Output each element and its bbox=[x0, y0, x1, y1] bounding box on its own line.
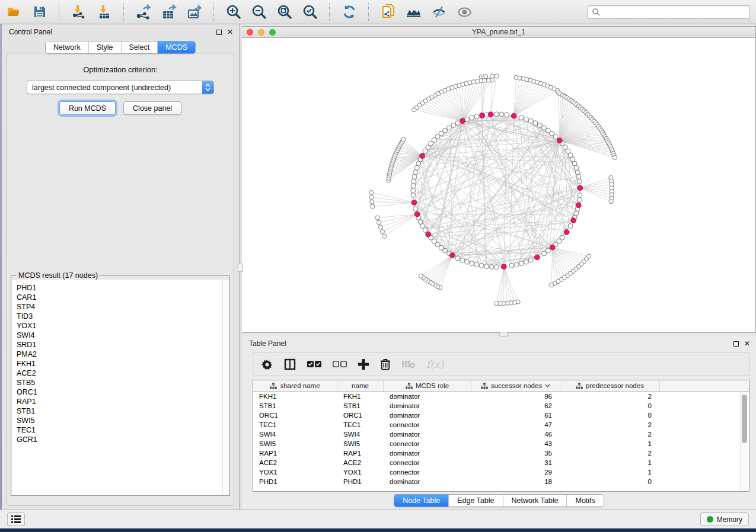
network-window-titlebar[interactable]: YPA_prune.txt_1 bbox=[242, 27, 755, 38]
network-node[interactable] bbox=[490, 74, 495, 78]
network-node[interactable] bbox=[576, 174, 581, 179]
mcds-hub-node[interactable] bbox=[557, 138, 562, 143]
network-node[interactable] bbox=[495, 302, 499, 306]
float-panel-icon[interactable] bbox=[733, 341, 739, 347]
network-node[interactable] bbox=[499, 112, 504, 117]
table-cell[interactable]: RAP1 bbox=[253, 450, 337, 457]
mcds-result-item[interactable]: YOX1 bbox=[17, 321, 218, 331]
mcds-hub-node[interactable] bbox=[550, 245, 555, 250]
network-node[interactable] bbox=[550, 283, 554, 287]
network-node[interactable] bbox=[451, 123, 456, 127]
table-cell[interactable]: dominator bbox=[384, 431, 471, 438]
memory-button[interactable]: Memory bbox=[700, 512, 749, 526]
close-panel-button[interactable]: Close panel bbox=[123, 101, 181, 115]
table-cell[interactable]: 2 bbox=[560, 421, 660, 428]
table-cell[interactable]: 96 bbox=[471, 393, 560, 400]
network-node[interactable] bbox=[537, 123, 542, 127]
tab-network-table[interactable]: Network Table bbox=[503, 495, 567, 507]
table-cell[interactable]: connector bbox=[384, 469, 471, 476]
splitter-grip[interactable] bbox=[499, 332, 508, 336]
deselect-all-checkboxes-icon[interactable] bbox=[333, 358, 347, 371]
table-cell[interactable]: YOX1 bbox=[337, 469, 384, 476]
network-node[interactable] bbox=[412, 179, 416, 184]
network-node[interactable] bbox=[371, 204, 375, 209]
network-node[interactable] bbox=[375, 216, 379, 220]
network-node[interactable] bbox=[455, 256, 460, 261]
mcds-result-item[interactable]: FKH1 bbox=[17, 359, 218, 368]
network-node[interactable] bbox=[524, 259, 528, 264]
network-node[interactable] bbox=[369, 195, 374, 199]
mcds-result-item[interactable]: ACE2 bbox=[17, 368, 218, 378]
column-header-mcds-role[interactable]: MCDS role bbox=[384, 380, 471, 391]
tab-mcds[interactable]: MCDS bbox=[158, 41, 195, 53]
network-node[interactable] bbox=[414, 165, 419, 170]
table-cell[interactable]: ACE2 bbox=[337, 459, 384, 466]
table-cell[interactable]: dominator bbox=[384, 478, 471, 485]
mcds-hub-node[interactable] bbox=[480, 113, 485, 118]
table-cell[interactable]: 35 bbox=[471, 450, 560, 457]
mcds-hub-node[interactable] bbox=[460, 118, 465, 124]
table-cell[interactable]: PHD1 bbox=[337, 478, 384, 485]
table-row[interactable]: SWI4SWI4dominator462 bbox=[253, 430, 749, 439]
mcds-result-item[interactable]: RAP1 bbox=[17, 397, 218, 406]
network-node[interactable] bbox=[495, 74, 499, 78]
network-node[interactable] bbox=[411, 193, 416, 197]
close-panel-icon[interactable]: ✕ bbox=[744, 340, 750, 347]
zoom-fit-icon[interactable] bbox=[276, 4, 292, 20]
show-all-icon[interactable] bbox=[457, 4, 473, 20]
horizontal-splitter[interactable] bbox=[242, 333, 756, 336]
network-node[interactable] bbox=[465, 259, 470, 264]
network-node[interactable] bbox=[370, 200, 374, 204]
network-node[interactable] bbox=[524, 117, 528, 121]
network-node[interactable] bbox=[411, 184, 416, 188]
table-cell[interactable]: FKH1 bbox=[253, 393, 337, 400]
mcds-hub-node[interactable] bbox=[426, 232, 431, 237]
network-node[interactable] bbox=[577, 197, 582, 202]
network-node[interactable] bbox=[528, 258, 533, 262]
network-node[interactable] bbox=[474, 114, 479, 119]
mcds-hub-node[interactable] bbox=[488, 112, 493, 117]
table-row[interactable]: PHD1PHD1dominator180 bbox=[253, 477, 749, 486]
zoom-out-icon[interactable] bbox=[251, 4, 267, 20]
tab-node-table[interactable]: Node Table bbox=[394, 495, 449, 507]
mcds-result-item[interactable]: STP4 bbox=[17, 302, 218, 312]
network-node[interactable] bbox=[377, 220, 381, 225]
network-graph[interactable] bbox=[242, 38, 755, 332]
tab-edge-table[interactable]: Edge Table bbox=[449, 495, 503, 507]
optimization-criterion-dropdown[interactable]: largest connected component (undirected) bbox=[27, 81, 214, 94]
table-cell[interactable]: RAP1 bbox=[337, 450, 384, 457]
tab-network[interactable]: Network bbox=[46, 41, 89, 53]
clone-network-icon[interactable] bbox=[380, 4, 396, 20]
network-node[interactable] bbox=[455, 121, 460, 126]
mcds-hub-node[interactable] bbox=[449, 253, 455, 258]
table-cell[interactable]: connector bbox=[384, 440, 471, 447]
import-network-icon[interactable] bbox=[71, 4, 87, 20]
table-cell[interactable]: 0 bbox=[560, 402, 660, 409]
network-canvas[interactable] bbox=[242, 38, 755, 332]
tab-select[interactable]: Select bbox=[122, 41, 158, 53]
network-node[interactable] bbox=[447, 126, 452, 130]
save-icon[interactable] bbox=[31, 4, 47, 20]
mcds-result-item[interactable]: PMA2 bbox=[17, 350, 218, 359]
table-row[interactable]: YOX1YOX1connector291 bbox=[253, 467, 749, 477]
mcds-hub-node[interactable] bbox=[414, 211, 420, 217]
table-cell[interactable]: 1 bbox=[560, 459, 660, 466]
table-row[interactable]: RAP1RAP1dominator352 bbox=[253, 448, 749, 458]
mcds-hub-node[interactable] bbox=[578, 185, 583, 191]
export-network-icon[interactable] bbox=[135, 4, 151, 20]
network-node[interactable] bbox=[369, 191, 374, 195]
mcds-result-item[interactable]: GCR1 bbox=[17, 435, 218, 444]
mcds-hub-node[interactable] bbox=[501, 264, 506, 270]
table-cell[interactable]: 0 bbox=[560, 478, 660, 485]
table-cell[interactable]: 18 bbox=[471, 478, 560, 485]
table-cell[interactable]: STB1 bbox=[253, 402, 337, 409]
table-row[interactable]: TEC1TEC1connector472 bbox=[253, 420, 749, 430]
network-node[interactable] bbox=[514, 262, 519, 267]
table-cell[interactable]: YOX1 bbox=[253, 469, 337, 476]
network-node[interactable] bbox=[401, 137, 406, 142]
table-cell[interactable]: SWI4 bbox=[337, 431, 384, 438]
table-row[interactable]: ACE2ACE2connector311 bbox=[253, 458, 749, 467]
first-neighbors-icon[interactable] bbox=[406, 4, 422, 20]
table-cell[interactable]: dominator bbox=[384, 412, 471, 419]
table-cell[interactable]: dominator bbox=[384, 450, 471, 457]
